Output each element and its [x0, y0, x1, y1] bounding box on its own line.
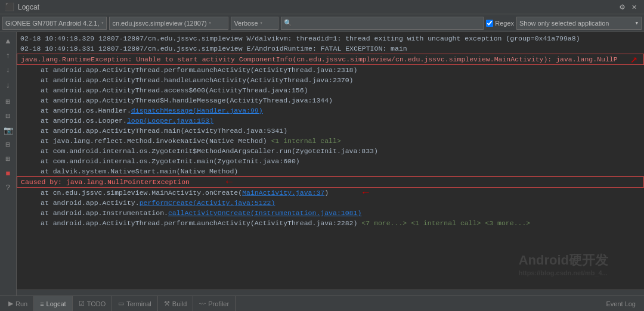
- title-bar-left: ⬛ Logcat: [5, 2, 39, 12]
- log-text: java.lang.RuntimeException: Unable to st…: [21, 55, 618, 63]
- tab-build[interactable]: ⚒ Build: [158, 296, 193, 312]
- log-line: at android.app.ActivityThread$H.handleMe…: [17, 95, 644, 105]
- level-dropdown[interactable]: Verbose ▾: [231, 17, 278, 30]
- terminal-label: Terminal: [126, 300, 151, 307]
- device-label: GiONEE GN708T Android 4.2.1,: [5, 20, 100, 27]
- event-log-label: Event Log: [606, 300, 636, 307]
- activity-link[interactable]: performCreate(Activity.java:5122): [140, 199, 275, 207]
- app-icon: ⬛: [5, 2, 14, 12]
- log-text: 02-18 10:49:18.331 12807-12807/cn.edu.js…: [20, 45, 407, 52]
- app-dropdown[interactable]: cn.edu.jssvc.simpleview (12807) ▾: [109, 17, 228, 30]
- logcat-label: Logcat: [47, 300, 66, 307]
- window-title: Logcat: [18, 3, 39, 11]
- level-arrow-icon: ▾: [260, 20, 263, 26]
- log-line: at android.os.Looper.loop(Looper.java:15…: [17, 116, 644, 126]
- log-line: at com.android.internal.os.ZygoteInit$Me…: [17, 146, 644, 156]
- sidebar-filter-icon[interactable]: ⊟: [2, 110, 15, 123]
- log-line: at android.app.ActivityThread.handleLaun…: [17, 75, 644, 85]
- sidebar-stop-icon[interactable]: ■: [2, 167, 15, 180]
- arrow-annotation-2: ←: [226, 177, 233, 187]
- sidebar-scroll-up[interactable]: ▲: [2, 35, 15, 48]
- sidebar-arrow-up[interactable]: ↑: [2, 49, 15, 62]
- handler-link[interactable]: dispatchMessage(Handler.java:99): [131, 107, 263, 114]
- settings-icon[interactable]: ⚙: [617, 2, 627, 12]
- log-line: at cn.edu.jssvc.simpleview.MainActivity.…: [17, 188, 644, 198]
- log-line: at android.app.ActivityThread.performLau…: [17, 218, 644, 228]
- arrow-annotation-3: ←: [363, 188, 369, 198]
- sidebar-format-icon[interactable]: ⊞: [2, 95, 15, 108]
- sidebar-arrow-down[interactable]: ↓: [2, 63, 15, 76]
- looper-link[interactable]: loop(Looper.java:153): [127, 117, 213, 125]
- log-line: at android.app.ActivityThread.main(Activ…: [17, 126, 644, 136]
- regex-label: Regex: [495, 20, 514, 27]
- bottom-bar: ▶ Run ≡ Logcat ☑ TODO ▭ Terminal ⚒ Build…: [0, 296, 644, 311]
- title-bar-right: ⚙ ✕: [617, 2, 639, 12]
- tab-event-log[interactable]: Event Log: [600, 300, 642, 307]
- run-icon: ▶: [8, 300, 13, 307]
- log-line-exception: java.lang.RuntimeException: Unable to st…: [17, 54, 644, 65]
- todo-label: TODO: [87, 300, 106, 307]
- app-arrow-icon: ▾: [209, 20, 212, 26]
- log-line: at dalvik.system.NativeStart.main(Native…: [17, 166, 644, 176]
- show-only-arrow-icon: ▾: [634, 19, 639, 27]
- search-icon: 🔍: [284, 19, 292, 27]
- sidebar-minus-icon[interactable]: ⊟: [2, 138, 15, 151]
- tab-profiler[interactable]: 〰 Profiler: [193, 296, 236, 312]
- logcat-icon: ≡: [40, 300, 44, 307]
- profiler-icon: 〰: [199, 300, 206, 307]
- more-badge-2: <1 internal call>: [411, 219, 481, 227]
- tab-todo[interactable]: ☑ TODO: [73, 296, 113, 312]
- log-area[interactable]: 02-18 10:49:18.329 12807-12807/cn.edu.js…: [17, 32, 644, 290]
- log-line: at android.app.ActivityThread.performLau…: [17, 65, 644, 75]
- regex-checkbox[interactable]: [486, 20, 493, 27]
- sidebar-arrow-down2[interactable]: ↓: [2, 79, 15, 92]
- log-line: at android.app.Activity.performCreate(Ac…: [17, 198, 644, 208]
- arrow-annotation-1: ↗: [630, 54, 637, 64]
- app-label: cn.edu.jssvc.simpleview (12807): [112, 20, 206, 27]
- log-text: 02-18 10:49:18.329 12807-12807/cn.edu.js…: [20, 35, 580, 42]
- log-line: at android.os.Handler.dispatchMessage(Ha…: [17, 105, 644, 116]
- terminal-icon: ▭: [118, 300, 124, 307]
- level-label: Verbose: [234, 20, 258, 27]
- title-bar: ⬛ Logcat ⚙ ✕: [0, 0, 644, 14]
- run-label: Run: [16, 300, 27, 307]
- sidebar-plus-icon[interactable]: ⊞: [2, 153, 15, 166]
- main-area: ▲ ↑ ↓ ↓ ⊞ ⊟ 📷 ⊟ ⊞ ■ ? 02-18 10:49:18.329…: [0, 32, 644, 296]
- profiler-label: Profiler: [208, 300, 229, 307]
- log-line: at android.app.Instrumentation.callActiv…: [17, 208, 644, 218]
- log-line: at android.app.ActivityThread.access$600…: [17, 85, 644, 95]
- sidebar-question-icon[interactable]: ?: [2, 181, 15, 194]
- search-input[interactable]: [294, 20, 481, 27]
- build-label: Build: [172, 300, 187, 307]
- tab-logcat[interactable]: ≡ Logcat: [34, 296, 72, 312]
- search-box[interactable]: 🔍: [281, 17, 484, 30]
- show-only-dropdown[interactable]: Show only selected application ▾: [516, 17, 642, 30]
- log-line: 02-18 10:49:18.329 12807-12807/cn.edu.js…: [17, 33, 644, 43]
- device-arrow-icon: ▾: [101, 20, 104, 26]
- tab-terminal[interactable]: ▭ Terminal: [112, 296, 158, 312]
- more-badge-3: <3 more...>: [485, 219, 530, 227]
- device-dropdown[interactable]: GiONEE GN708T Android 4.2.1, ▾: [2, 17, 107, 30]
- tab-run[interactable]: ▶ Run: [2, 296, 34, 312]
- regex-container: Regex: [486, 20, 514, 27]
- log-line: at com.android.internal.os.ZygoteInit.ma…: [17, 156, 644, 166]
- build-icon: ⚒: [164, 300, 170, 307]
- horizontal-scrollbar[interactable]: [17, 290, 644, 296]
- close-icon[interactable]: ✕: [630, 2, 639, 12]
- more-badge-1: <7 more...>: [361, 219, 407, 227]
- log-text: Caused by: java.lang.NullPointerExceptio…: [21, 178, 190, 186]
- show-only-label: Show only selected application: [519, 20, 609, 27]
- instrumentation-link[interactable]: callActivityOnCreate(Instrumentation.jav…: [168, 209, 361, 217]
- mainactivity-link[interactable]: MainActivity.java:37: [242, 189, 324, 197]
- log-line: 02-18 10:49:18.331 12807-12807/cn.edu.js…: [17, 43, 644, 54]
- left-sidebar: ▲ ↑ ↓ ↓ ⊞ ⊟ 📷 ⊟ ⊞ ■ ?: [0, 32, 17, 296]
- internal-call-badge: <1 internal call>: [271, 137, 340, 145]
- log-line: at java.lang.reflect.Method.invokeNative…: [17, 136, 644, 146]
- log-line-caused: Caused by: java.lang.NullPointerExceptio…: [17, 176, 644, 188]
- toolbar: GiONEE GN708T Android 4.2.1, ▾ cn.edu.js…: [0, 14, 644, 32]
- sidebar-camera-icon[interactable]: 📷: [2, 124, 15, 137]
- todo-icon: ☑: [79, 300, 85, 307]
